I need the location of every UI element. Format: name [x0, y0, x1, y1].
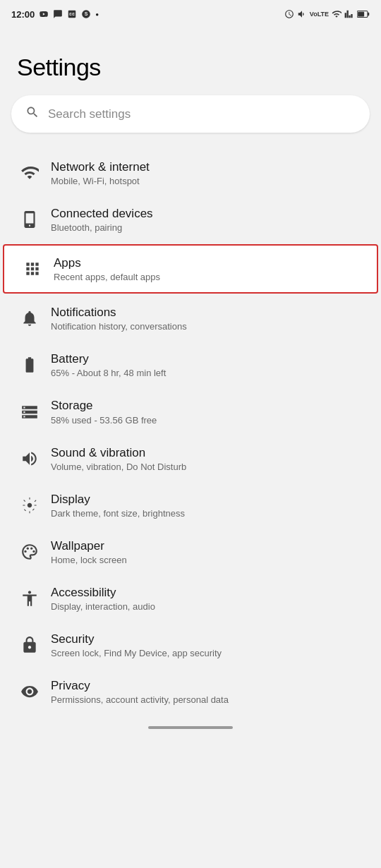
- scroll-indicator: [0, 721, 381, 732]
- wallpaper-icon: [14, 543, 45, 561]
- svg-point-7: [30, 547, 32, 549]
- security-icon: [14, 636, 45, 654]
- settings-item-display[interactable]: Display Dark theme, font size, brightnes…: [0, 482, 381, 529]
- svg-text:S: S: [85, 11, 88, 16]
- apps-subtitle: Recent apps, default apps: [54, 272, 364, 282]
- notifications-text: Notifications Notification history, conv…: [51, 305, 367, 332]
- accessibility-subtitle: Display, interaction, audio: [51, 601, 367, 612]
- battery-text: Battery 65% - About 8 hr, 48 min left: [51, 351, 367, 378]
- svg-point-6: [27, 547, 29, 549]
- storage-subtitle: 58% used - 53.56 GB free: [51, 415, 367, 426]
- page-title: Settings: [17, 54, 364, 81]
- sound-subtitle: Volume, vibration, Do Not Disturb: [51, 462, 367, 472]
- alarm-icon: [284, 9, 294, 19]
- search-icon: [25, 105, 40, 123]
- network-text: Network & internet Mobile, Wi-Fi, hotspo…: [51, 159, 367, 186]
- svg-point-8: [32, 550, 35, 553]
- settings-item-accessibility[interactable]: Accessibility Display, interaction, audi…: [0, 575, 381, 622]
- settings-item-wallpaper[interactable]: Wallpaper Home, lock screen: [0, 529, 381, 575]
- privacy-title: Privacy: [51, 678, 367, 694]
- network-icon: [14, 164, 45, 182]
- display-icon: [14, 496, 45, 514]
- wallpaper-subtitle: Home, lock screen: [51, 555, 367, 565]
- status-bar: 12:00 S ● VoLTE: [0, 0, 381, 25]
- privacy-text: Privacy Permissions, account activity, p…: [51, 678, 367, 705]
- search-placeholder: Search settings: [48, 107, 131, 121]
- svg-rect-3: [368, 13, 369, 16]
- settings-item-network[interactable]: Network & internet Mobile, Wi-Fi, hotspo…: [0, 150, 381, 196]
- security-subtitle: Screen lock, Find My Device, app securit…: [51, 648, 367, 658]
- notifications-title: Notifications: [51, 305, 367, 320]
- search-container[interactable]: Search settings: [0, 95, 381, 144]
- dot-icon: ●: [95, 11, 99, 18]
- connected-icon: [14, 210, 45, 229]
- battery-title: Battery: [51, 351, 367, 367]
- sound-icon: [14, 450, 45, 468]
- settings-item-apps[interactable]: Apps Recent apps, default apps: [3, 244, 378, 294]
- msg-icon: [53, 9, 63, 19]
- shazam-icon: S: [81, 9, 91, 19]
- security-text: Security Screen lock, Find My Device, ap…: [51, 632, 367, 658]
- settings-list: Network & internet Mobile, Wi-Fi, hotspo…: [0, 144, 381, 721]
- display-subtitle: Dark theme, font size, brightness: [51, 508, 367, 519]
- accessibility-text: Accessibility Display, interaction, audi…: [51, 585, 367, 612]
- storage-text: Storage 58% used - 53.56 GB free: [51, 398, 367, 425]
- privacy-subtitle: Permissions, account activity, personal …: [51, 694, 367, 705]
- wallpaper-title: Wallpaper: [51, 538, 367, 554]
- settings-item-notifications[interactable]: Notifications Notification history, conv…: [0, 295, 381, 342]
- storage-title: Storage: [51, 398, 367, 414]
- connected-subtitle: Bluetooth, pairing: [51, 222, 367, 233]
- lte-icon: VoLTE: [310, 11, 329, 18]
- apps-title: Apps: [54, 255, 364, 271]
- sound-title: Sound & vibration: [51, 445, 367, 461]
- settings-item-battery[interactable]: Battery 65% - About 8 hr, 48 min left: [0, 342, 381, 388]
- notifications-icon: [14, 309, 45, 327]
- settings-header: Settings: [0, 25, 381, 95]
- wallpaper-text: Wallpaper Home, lock screen: [51, 538, 367, 565]
- volume-icon: [297, 9, 307, 19]
- network-subtitle: Mobile, Wi-Fi, hotspot: [51, 176, 367, 186]
- connected-title: Connected devices: [51, 206, 367, 222]
- settings-item-sound[interactable]: Sound & vibration Volume, vibration, Do …: [0, 435, 381, 482]
- svg-rect-4: [358, 12, 364, 17]
- settings-item-connected[interactable]: Connected devices Bluetooth, pairing: [0, 196, 381, 243]
- privacy-icon: [14, 682, 45, 701]
- svg-point-5: [24, 550, 26, 553]
- time-display: 12:00: [11, 9, 35, 20]
- battery-subtitle: 65% - About 8 hr, 48 min left: [51, 368, 367, 378]
- youtube-icon: [39, 9, 49, 19]
- settings-item-privacy[interactable]: Privacy Permissions, account activity, p…: [0, 668, 381, 715]
- settings-item-storage[interactable]: Storage 58% used - 53.56 GB free: [0, 388, 381, 435]
- battery-settings-icon: [14, 356, 45, 374]
- display-title: Display: [51, 492, 367, 507]
- status-right: VoLTE: [284, 9, 370, 19]
- apps-icon: [17, 260, 48, 278]
- status-left: 12:00 S ●: [11, 9, 99, 20]
- cc-icon: [67, 9, 77, 19]
- settings-item-security[interactable]: Security Screen lock, Find My Device, ap…: [0, 622, 381, 668]
- security-title: Security: [51, 632, 367, 647]
- accessibility-title: Accessibility: [51, 585, 367, 601]
- signal-icon: [344, 9, 354, 19]
- storage-icon: [14, 403, 45, 421]
- wifi-icon: [332, 9, 341, 19]
- accessibility-icon: [14, 589, 45, 608]
- notifications-subtitle: Notification history, conversations: [51, 321, 367, 332]
- scroll-bar: [148, 726, 233, 729]
- network-title: Network & internet: [51, 159, 367, 175]
- connected-text: Connected devices Bluetooth, pairing: [51, 206, 367, 233]
- sound-text: Sound & vibration Volume, vibration, Do …: [51, 445, 367, 472]
- apps-text: Apps Recent apps, default apps: [54, 255, 364, 282]
- display-text: Display Dark theme, font size, brightnes…: [51, 492, 367, 519]
- search-bar[interactable]: Search settings: [11, 95, 370, 133]
- battery-icon: [357, 9, 370, 19]
